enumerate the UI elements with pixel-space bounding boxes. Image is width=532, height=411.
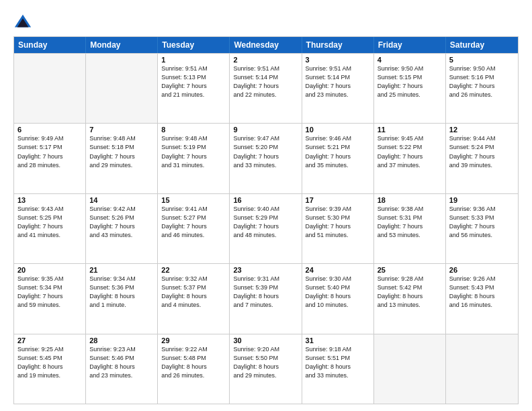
- day-number: 31: [306, 336, 370, 345]
- cal-cell: 28Sunrise: 9:23 AM Sunset: 5:46 PM Dayli…: [86, 334, 158, 404]
- day-number: 25: [378, 266, 442, 274]
- day-number: 27: [17, 336, 82, 345]
- cal-cell: 5Sunrise: 9:50 AM Sunset: 5:16 PM Daylig…: [446, 54, 518, 123]
- cell-text: Sunrise: 9:47 AM Sunset: 5:20 PM Dayligh…: [233, 135, 279, 168]
- cell-text: Sunrise: 9:40 AM Sunset: 5:29 PM Dayligh…: [233, 205, 279, 238]
- day-number: 11: [378, 126, 442, 134]
- cal-cell: 4Sunrise: 9:50 AM Sunset: 5:15 PM Daylig…: [374, 54, 446, 123]
- cal-cell: 7Sunrise: 9:48 AM Sunset: 5:18 PM Daylig…: [86, 124, 158, 193]
- cal-cell: 25Sunrise: 9:28 AM Sunset: 5:42 PM Dayli…: [374, 264, 446, 333]
- day-number: 4: [378, 56, 442, 64]
- cal-cell: 8Sunrise: 9:48 AM Sunset: 5:19 PM Daylig…: [158, 124, 230, 193]
- day-number: 16: [233, 196, 298, 204]
- cell-text: Sunrise: 9:44 AM Sunset: 5:24 PM Dayligh…: [449, 135, 496, 168]
- cell-text: Sunrise: 9:41 AM Sunset: 5:27 PM Dayligh…: [161, 205, 208, 238]
- cell-text: Sunrise: 9:31 AM Sunset: 5:39 PM Dayligh…: [233, 275, 279, 308]
- cal-cell: 26Sunrise: 9:26 AM Sunset: 5:43 PM Dayli…: [446, 264, 518, 333]
- cell-text: Sunrise: 9:50 AM Sunset: 5:16 PM Dayligh…: [449, 65, 496, 98]
- cal-header-day: Tuesday: [158, 37, 230, 53]
- cal-cell: 20Sunrise: 9:35 AM Sunset: 5:34 PM Dayli…: [14, 264, 86, 333]
- logo: [13, 12, 35, 31]
- cal-cell: 21Sunrise: 9:34 AM Sunset: 5:36 PM Dayli…: [86, 264, 158, 333]
- page: SundayMondayTuesdayWednesdayThursdayFrid…: [0, 0, 532, 411]
- cal-cell: [86, 54, 158, 123]
- day-number: 3: [306, 56, 370, 64]
- cal-cell: 24Sunrise: 9:30 AM Sunset: 5:40 PM Dayli…: [302, 264, 374, 333]
- day-number: 10: [306, 126, 370, 134]
- cell-text: Sunrise: 9:51 AM Sunset: 5:13 PM Dayligh…: [161, 65, 208, 98]
- cal-cell: [446, 334, 518, 404]
- cal-cell: [374, 334, 446, 404]
- cell-text: Sunrise: 9:20 AM Sunset: 5:50 PM Dayligh…: [233, 346, 279, 379]
- day-number: 29: [161, 336, 226, 345]
- cell-text: Sunrise: 9:28 AM Sunset: 5:42 PM Dayligh…: [378, 275, 424, 308]
- cal-week-row: 1Sunrise: 9:51 AM Sunset: 5:13 PM Daylig…: [14, 53, 518, 123]
- cell-text: Sunrise: 9:23 AM Sunset: 5:46 PM Dayligh…: [89, 346, 136, 379]
- day-number: 6: [17, 126, 82, 134]
- cal-cell: 6Sunrise: 9:49 AM Sunset: 5:17 PM Daylig…: [14, 124, 86, 193]
- cal-cell: 13Sunrise: 9:43 AM Sunset: 5:25 PM Dayli…: [14, 194, 86, 263]
- header: [13, 12, 519, 31]
- day-number: 28: [89, 336, 154, 345]
- cell-text: Sunrise: 9:32 AM Sunset: 5:37 PM Dayligh…: [161, 275, 208, 308]
- day-number: 8: [161, 126, 226, 134]
- cell-text: Sunrise: 9:49 AM Sunset: 5:17 PM Dayligh…: [17, 135, 64, 168]
- cell-text: Sunrise: 9:18 AM Sunset: 5:51 PM Dayligh…: [306, 346, 352, 379]
- day-number: 24: [306, 266, 370, 274]
- cal-cell: 3Sunrise: 9:51 AM Sunset: 5:14 PM Daylig…: [302, 54, 374, 123]
- day-number: 14: [89, 196, 154, 204]
- cell-text: Sunrise: 9:36 AM Sunset: 5:33 PM Dayligh…: [449, 205, 496, 238]
- cal-cell: 12Sunrise: 9:44 AM Sunset: 5:24 PM Dayli…: [446, 124, 518, 193]
- day-number: 13: [17, 196, 82, 204]
- day-number: 30: [233, 336, 298, 345]
- cell-text: Sunrise: 9:35 AM Sunset: 5:34 PM Dayligh…: [17, 275, 64, 308]
- cal-header-day: Thursday: [302, 37, 374, 53]
- day-number: 17: [306, 196, 370, 204]
- cell-text: Sunrise: 9:38 AM Sunset: 5:31 PM Dayligh…: [378, 205, 424, 238]
- cal-cell: 30Sunrise: 9:20 AM Sunset: 5:50 PM Dayli…: [230, 334, 302, 404]
- day-number: 15: [161, 196, 226, 204]
- cal-cell: 22Sunrise: 9:32 AM Sunset: 5:37 PM Dayli…: [158, 264, 230, 333]
- calendar: SundayMondayTuesdayWednesdayThursdayFrid…: [13, 36, 519, 404]
- calendar-header: SundayMondayTuesdayWednesdayThursdayFrid…: [14, 37, 518, 53]
- day-number: 5: [449, 56, 515, 64]
- cal-cell: 16Sunrise: 9:40 AM Sunset: 5:29 PM Dayli…: [230, 194, 302, 263]
- day-number: 1: [161, 56, 226, 64]
- cal-header-day: Sunday: [14, 37, 86, 53]
- cell-text: Sunrise: 9:26 AM Sunset: 5:43 PM Dayligh…: [449, 275, 496, 308]
- cal-week-row: 6Sunrise: 9:49 AM Sunset: 5:17 PM Daylig…: [14, 123, 518, 193]
- cal-cell: 1Sunrise: 9:51 AM Sunset: 5:13 PM Daylig…: [158, 54, 230, 123]
- cal-cell: 10Sunrise: 9:46 AM Sunset: 5:21 PM Dayli…: [302, 124, 374, 193]
- cell-text: Sunrise: 9:25 AM Sunset: 5:45 PM Dayligh…: [17, 346, 64, 379]
- cal-cell: 29Sunrise: 9:22 AM Sunset: 5:48 PM Dayli…: [158, 334, 230, 404]
- cal-cell: 14Sunrise: 9:42 AM Sunset: 5:26 PM Dayli…: [86, 194, 158, 263]
- cal-cell: 11Sunrise: 9:45 AM Sunset: 5:22 PM Dayli…: [374, 124, 446, 193]
- day-number: 18: [378, 196, 442, 204]
- cell-text: Sunrise: 9:48 AM Sunset: 5:19 PM Dayligh…: [161, 135, 208, 168]
- cell-text: Sunrise: 9:48 AM Sunset: 5:18 PM Dayligh…: [89, 135, 136, 168]
- day-number: 21: [89, 266, 154, 274]
- cell-text: Sunrise: 9:43 AM Sunset: 5:25 PM Dayligh…: [17, 205, 64, 238]
- day-number: 9: [233, 126, 298, 134]
- cell-text: Sunrise: 9:51 AM Sunset: 5:14 PM Dayligh…: [306, 65, 352, 98]
- cal-cell: 15Sunrise: 9:41 AM Sunset: 5:27 PM Dayli…: [158, 194, 230, 263]
- cal-cell: 9Sunrise: 9:47 AM Sunset: 5:20 PM Daylig…: [230, 124, 302, 193]
- cal-cell: [14, 54, 86, 123]
- cell-text: Sunrise: 9:42 AM Sunset: 5:26 PM Dayligh…: [89, 205, 136, 238]
- cell-text: Sunrise: 9:45 AM Sunset: 5:22 PM Dayligh…: [378, 135, 424, 168]
- cell-text: Sunrise: 9:30 AM Sunset: 5:40 PM Dayligh…: [306, 275, 352, 308]
- cell-text: Sunrise: 9:46 AM Sunset: 5:21 PM Dayligh…: [306, 135, 352, 168]
- cell-text: Sunrise: 9:34 AM Sunset: 5:36 PM Dayligh…: [89, 275, 136, 308]
- cal-cell: 17Sunrise: 9:39 AM Sunset: 5:30 PM Dayli…: [302, 194, 374, 263]
- cal-cell: 19Sunrise: 9:36 AM Sunset: 5:33 PM Dayli…: [446, 194, 518, 263]
- cell-text: Sunrise: 9:39 AM Sunset: 5:30 PM Dayligh…: [306, 205, 352, 238]
- day-number: 26: [449, 266, 515, 274]
- day-number: 7: [89, 126, 154, 134]
- cal-header-day: Friday: [374, 37, 446, 53]
- day-number: 22: [161, 266, 226, 274]
- day-number: 2: [233, 56, 298, 64]
- cal-cell: 31Sunrise: 9:18 AM Sunset: 5:51 PM Dayli…: [302, 334, 374, 404]
- cal-week-row: 27Sunrise: 9:25 AM Sunset: 5:45 PM Dayli…: [14, 334, 518, 404]
- cal-week-row: 20Sunrise: 9:35 AM Sunset: 5:34 PM Dayli…: [14, 263, 518, 333]
- cal-cell: 2Sunrise: 9:51 AM Sunset: 5:14 PM Daylig…: [230, 54, 302, 123]
